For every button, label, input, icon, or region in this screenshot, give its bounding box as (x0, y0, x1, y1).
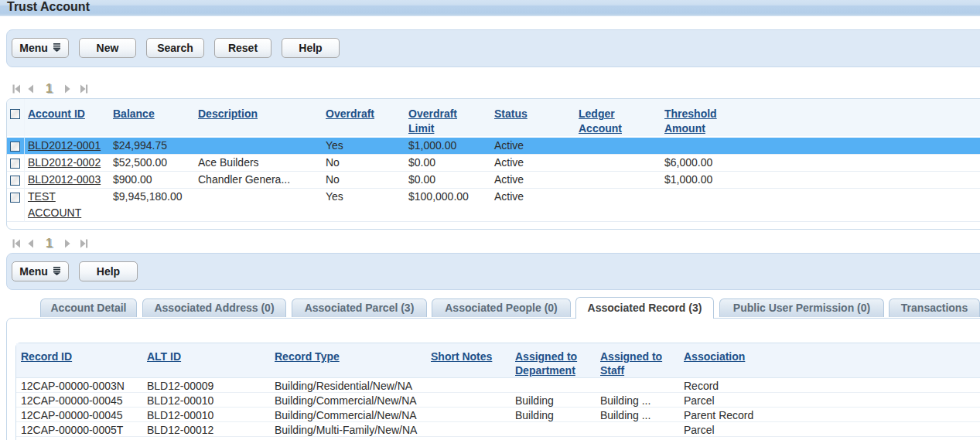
svg-text:1: 1 (46, 84, 53, 95)
svg-text:1: 1 (46, 238, 53, 250)
